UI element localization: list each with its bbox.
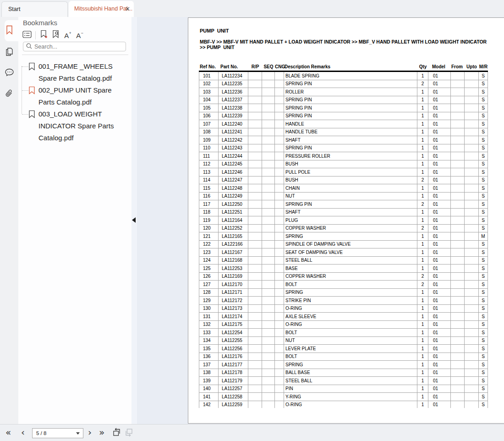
cell-ref-no: 101 bbox=[199, 72, 219, 80]
cell-part-no: LA112246 bbox=[219, 168, 248, 176]
cell-cng bbox=[275, 184, 284, 192]
cell-part-no: LA112256 bbox=[219, 345, 248, 353]
cell-qty: 1 bbox=[417, 297, 428, 304]
cell-seq bbox=[262, 104, 275, 112]
table-row: 118 LA112251 SHAFT 1 01 S bbox=[199, 209, 488, 217]
last-page-button[interactable]: » bbox=[99, 424, 104, 441]
cell-upto bbox=[465, 281, 479, 288]
first-page-button[interactable]: « bbox=[5, 424, 11, 441]
font-decrease-button[interactable]: A− bbox=[74, 30, 85, 41]
cell-qty: 1 bbox=[417, 168, 428, 176]
sidebar-item-bookmarks[interactable] bbox=[0, 23, 18, 38]
cell-cng bbox=[275, 104, 284, 112]
cell-mr: S bbox=[479, 152, 488, 160]
cell-description: COPPER WASHER bbox=[284, 225, 417, 232]
cell-part-no: LA112250 bbox=[219, 200, 248, 208]
cell-model: 01 bbox=[428, 385, 451, 393]
cell-cng bbox=[275, 248, 284, 256]
find-bookmark-button[interactable] bbox=[50, 30, 61, 41]
cell-part-no: LA112176 bbox=[219, 353, 248, 361]
cell-mr: S bbox=[479, 289, 488, 297]
cell-mr: S bbox=[479, 385, 488, 393]
tab-document[interactable]: Mitssubishi Hand Pal... ✕ bbox=[69, 1, 134, 17]
cell-mr: S bbox=[479, 257, 488, 265]
table-row: 133 LA112254 BOLT 1 01 S bbox=[199, 329, 488, 337]
cell-description: PIN bbox=[284, 385, 417, 393]
cell-description: SPRING PIN bbox=[284, 96, 417, 104]
cell-mr: S bbox=[479, 160, 488, 168]
cell-part-no: LA112167 bbox=[219, 248, 248, 256]
font-increase-button[interactable]: A+ bbox=[62, 30, 73, 41]
document-viewer[interactable]: PUMP UNIT MBF-V >> MBF-V MIT HAND PALLET… bbox=[137, 17, 504, 424]
sidebar-item-comments[interactable] bbox=[0, 66, 18, 81]
cell-seq bbox=[262, 248, 275, 256]
cell-cng bbox=[275, 72, 284, 80]
sidebar-item-pages[interactable] bbox=[0, 45, 18, 60]
cell-rp bbox=[248, 209, 262, 216]
add-bookmark-button[interactable] bbox=[38, 30, 49, 41]
previous-page-button[interactable]: ‹ bbox=[21, 424, 25, 441]
cell-part-no: LA112236 bbox=[219, 88, 248, 96]
table-row: 109 LA112242 SHAFT 1 01 S bbox=[199, 136, 488, 144]
cell-ref-no: 123 bbox=[199, 248, 219, 256]
cell-mr: S bbox=[479, 345, 488, 353]
bookmark-item-2[interactable]: 002_PUMP UNIT Spare Parts Catalog.pdf bbox=[18, 84, 131, 108]
tab-start[interactable]: Start bbox=[1, 1, 68, 17]
cell-ref-no: 125 bbox=[199, 265, 219, 272]
cell-part-no: LA112253 bbox=[219, 265, 248, 272]
expand-list-button[interactable] bbox=[22, 30, 33, 41]
cell-from bbox=[451, 176, 465, 184]
cell-part-no: LA112244 bbox=[219, 152, 248, 160]
cell-cng bbox=[275, 321, 284, 329]
cell-ref-no: 134 bbox=[199, 337, 219, 345]
cell-model: 01 bbox=[428, 216, 451, 224]
cell-from bbox=[451, 225, 465, 232]
cell-mr: S bbox=[479, 104, 488, 112]
cell-from bbox=[451, 385, 465, 393]
cell-ref-no: 130 bbox=[199, 305, 219, 313]
cell-rp bbox=[248, 305, 262, 313]
cell-upto bbox=[465, 385, 479, 393]
collapse-panel-icon[interactable] bbox=[132, 217, 136, 223]
table-row: 111 LA112244 PRESSURE ROLLER 1 01 S bbox=[199, 152, 488, 160]
cell-seq bbox=[262, 345, 275, 353]
cell-rp bbox=[248, 321, 262, 329]
sidebar-item-attachments[interactable] bbox=[0, 87, 18, 102]
cell-qty: 1 bbox=[417, 96, 428, 104]
cell-cng bbox=[275, 369, 284, 377]
cell-rp bbox=[248, 120, 262, 128]
cell-from bbox=[451, 200, 465, 208]
previous-view-button[interactable] bbox=[111, 428, 122, 439]
cell-description: STRIKE PIN bbox=[284, 297, 417, 304]
cell-seq bbox=[262, 160, 275, 168]
cell-description: O-RING bbox=[284, 401, 417, 408]
cell-from bbox=[451, 257, 465, 265]
cell-part-no: LA122166 bbox=[219, 241, 248, 248]
bookmarks-panel-title: Bookmarks bbox=[23, 19, 57, 27]
cell-model: 01 bbox=[428, 289, 451, 297]
cell-ref-no: 121 bbox=[199, 232, 219, 240]
column-header: Upto bbox=[465, 64, 479, 69]
bookmark-item-1[interactable]: 001_FRAME _WHEELS Spare Parts Catalog.pd… bbox=[18, 61, 131, 84]
bookmark-item-3[interactable]: 003_LOAD WEIGHT INDICATOR Spare Parts Ca… bbox=[18, 108, 131, 144]
cell-cng bbox=[275, 128, 284, 136]
cell-ref-no: 105 bbox=[199, 104, 219, 112]
next-view-button[interactable] bbox=[124, 428, 135, 439]
tab-close-icon[interactable]: ✕ bbox=[125, 1, 130, 17]
cell-cng bbox=[275, 216, 284, 224]
cell-part-no: LA112169 bbox=[219, 273, 248, 281]
cell-part-no: LA112241 bbox=[219, 128, 248, 136]
page-number-dropdown[interactable]: 5 / 8 bbox=[32, 428, 83, 438]
cell-rp bbox=[248, 225, 262, 232]
cell-qty: 1 bbox=[417, 136, 428, 144]
cell-ref-no: 104 bbox=[199, 96, 219, 104]
cell-cng bbox=[275, 160, 284, 168]
cell-from bbox=[451, 393, 465, 401]
cell-description: SPRING PIN bbox=[284, 104, 417, 112]
next-page-button[interactable]: › bbox=[88, 424, 92, 441]
cell-qty: 1 bbox=[417, 361, 428, 369]
table-row: 108 LA112241 HANDLE TUBE 1 01 S bbox=[199, 128, 488, 137]
cell-description: COPPER WASHER bbox=[284, 273, 417, 281]
next-view-icon bbox=[124, 427, 134, 439]
search-input[interactable] bbox=[34, 44, 123, 50]
